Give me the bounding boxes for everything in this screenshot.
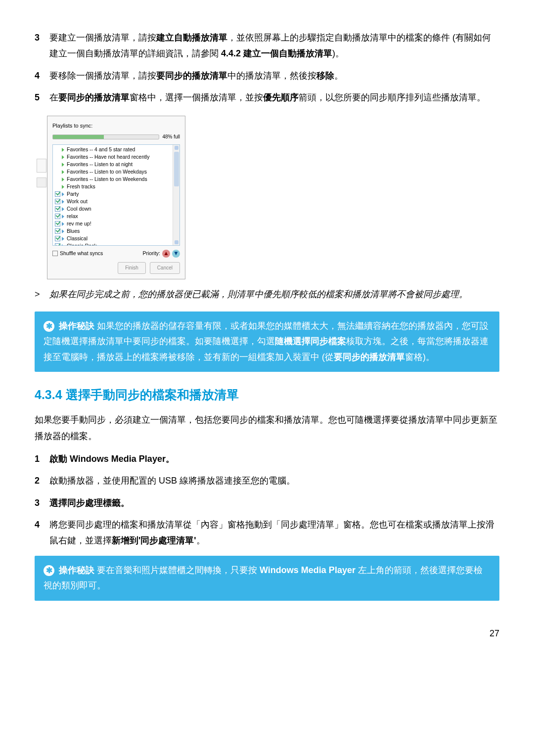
tip-icon: ✱ (44, 565, 54, 576)
playlist-item[interactable]: rev me up! (53, 220, 179, 227)
cancel-button[interactable]: Cancel (150, 262, 180, 274)
play-icon (62, 215, 64, 219)
dialog-buttons: Finish Cancel (52, 262, 180, 274)
scrollbar[interactable] (173, 145, 179, 245)
play-icon (62, 244, 64, 246)
steps-top: 3 要建立一個播放清單，請按建立自動播放清單，並依照屏幕上的步驟指定自動播放清單… (35, 30, 499, 106)
intro-paragraph: 如果您要手動同步，必須建立一個清單，包括您要同步的檔案和播放清單。您也可隨機選擇… (35, 412, 499, 444)
checkbox-icon[interactable] (55, 228, 60, 234)
checkbox-icon[interactable] (55, 199, 60, 204)
playlist-item[interactable]: Favorites -- 4 and 5 star rated (53, 146, 179, 153)
priority-up-button[interactable]: ▲ (162, 250, 170, 258)
play-icon (62, 222, 64, 226)
playlist-item[interactable]: Classic Rock (53, 242, 179, 246)
playlist-name: Favorites -- Listen to at night (67, 161, 133, 168)
playlist-item[interactable]: Favorites -- Listen to at night (53, 161, 179, 168)
playlist-item[interactable]: Party (53, 190, 179, 198)
play-icon (62, 200, 64, 204)
playlist-name: Favorites -- 4 and 5 star rated (67, 146, 135, 153)
shuffle-label: Shuffle what syncs (60, 249, 103, 258)
step-number: 5 (35, 89, 49, 105)
play-icon (62, 178, 64, 181)
step-number: 4 (35, 517, 49, 549)
playlist-name: Classical (67, 235, 88, 242)
play-icon (62, 237, 64, 241)
checkbox-icon[interactable] (55, 191, 60, 197)
step-text: 選擇同步處理標籤。 (49, 495, 499, 511)
playlist-name: Fresh tracks (67, 183, 95, 190)
step-number: 1 (35, 451, 49, 467)
tip-box-1: ✱ 操作秘訣 如果您的播放器的儲存容量有限，或者如果您的媒體櫃太大，無法繼續容納… (35, 311, 499, 372)
priority-down-button[interactable]: ▼ (172, 250, 180, 258)
playlist-name: Work out (67, 198, 88, 205)
checkbox-icon[interactable] (55, 243, 60, 246)
step-number: 3 (35, 495, 49, 511)
step-3: 3 要建立一個播放清單，請按建立自動播放清單，並依照屏幕上的步驟指定自動播放清單… (35, 30, 499, 62)
step-text: 將您要同步處理的檔案和播放清單從「內容」窗格拖動到「同步處理清單」窗格。您也可在… (49, 517, 499, 549)
step-5: 5 在要同步的播放清單窗格中，選擇一個播放清單，並按優先順序箭頭，以您所要的同步… (35, 89, 499, 105)
step-b1: 1 啟動 Windows Media Player。 (35, 451, 499, 467)
note: > 如果在同步完成之前，您的播放器便已載滿，則清單中優先順序較低的檔案和播放清單… (35, 286, 499, 302)
step-number: 4 (35, 68, 49, 84)
playlist-item[interactable]: Favorites -- Listen to on Weekdays (53, 168, 179, 176)
tip-label: 操作秘訣 (59, 321, 94, 331)
section-heading-434: 4.3.4 選擇手動同步的檔案和播放清單 (35, 384, 499, 406)
playlists-sync-screenshot: Playlists to sync: 48% full Favorites --… (47, 116, 185, 280)
play-icon (62, 229, 64, 233)
finish-button[interactable]: Finish (118, 262, 146, 274)
playlist-name: Favorites -- Listen to on Weekends (67, 176, 147, 183)
capacity-row: 48% full (52, 133, 180, 141)
capacity-text: 48% full (162, 133, 180, 141)
playlist-item[interactable]: Favorites -- Have not heard recently (53, 153, 179, 161)
step-number: 2 (35, 473, 49, 489)
checkbox-icon[interactable] (55, 206, 60, 212)
panel-title: Playlists to sync: (52, 121, 180, 131)
panel-footer: Shuffle what syncs Priority: ▲ ▼ (52, 246, 180, 258)
shuffle-checkbox[interactable]: Shuffle what syncs (52, 249, 103, 258)
step-b3: 3 選擇同步處理標籤。 (35, 495, 499, 511)
page-number: 27 (35, 625, 499, 641)
playlist-item[interactable]: Blues (53, 227, 179, 235)
step-text: 啟動 Windows Media Player。 (49, 451, 499, 467)
tip-icon: ✱ (44, 321, 54, 332)
playlist-name: Classic Rock (67, 242, 97, 246)
step-text: 啟動播放器，並使用配置的 USB 線將播放器連接至您的電腦。 (49, 473, 499, 489)
checkbox-icon[interactable] (55, 221, 60, 226)
play-icon (62, 163, 64, 167)
step-b2: 2 啟動播放器，並使用配置的 USB 線將播放器連接至您的電腦。 (35, 473, 499, 489)
play-icon (62, 185, 64, 189)
playlist-name: Favorites -- Listen to on Weekdays (67, 168, 147, 176)
tip-box-2: ✱ 操作秘訣 要在音樂和照片媒體櫃之間轉換，只要按 Windows Media … (35, 556, 499, 601)
playlist-name: Blues (67, 227, 80, 235)
playlist-name: Cool down (67, 205, 91, 213)
playlist-name: relax (67, 213, 78, 220)
capacity-bar (52, 134, 159, 139)
playlist-item[interactable]: Work out (53, 198, 179, 205)
tip-label: 操作秘訣 (59, 565, 94, 575)
playlist-item[interactable]: Favorites -- Listen to on Weekends (53, 176, 179, 183)
step-text: 要建立一個播放清單，請按建立自動播放清單，並依照屏幕上的步驟指定自動播放清單中的… (49, 30, 499, 62)
play-icon (62, 155, 64, 159)
play-icon (62, 207, 64, 211)
checkbox-icon (52, 251, 58, 256)
left-tab-a (37, 159, 46, 173)
play-icon (62, 192, 64, 196)
steps-bottom: 1 啟動 Windows Media Player。 2 啟動播放器，並使用配置… (35, 451, 499, 549)
checkbox-icon[interactable] (55, 236, 60, 241)
note-text: 如果在同步完成之前，您的播放器便已載滿，則清單中優先順序較低的檔案和播放清單將不… (49, 286, 499, 302)
left-tab-b (37, 178, 46, 187)
playlist-listbox[interactable]: Favorites -- 4 and 5 star ratedFavorites… (52, 144, 180, 246)
step-text: 要移除一個播放清單，請按要同步的播放清單中的播放清單，然後按移除。 (49, 68, 499, 84)
play-icon (62, 148, 64, 152)
step-number: 3 (35, 30, 49, 62)
priority-label: Priority: (142, 249, 160, 258)
playlist-name: rev me up! (67, 220, 91, 227)
playlist-item[interactable]: Classical (53, 235, 179, 242)
left-tabs (37, 159, 46, 193)
checkbox-icon[interactable] (55, 214, 60, 219)
step-b4: 4 將您要同步處理的檔案和播放清單從「內容」窗格拖動到「同步處理清單」窗格。您也… (35, 517, 499, 549)
playlist-item[interactable]: Fresh tracks (53, 183, 179, 190)
playlist-item[interactable]: Cool down (53, 205, 179, 213)
note-marker: > (35, 286, 49, 302)
playlist-item[interactable]: relax (53, 213, 179, 220)
